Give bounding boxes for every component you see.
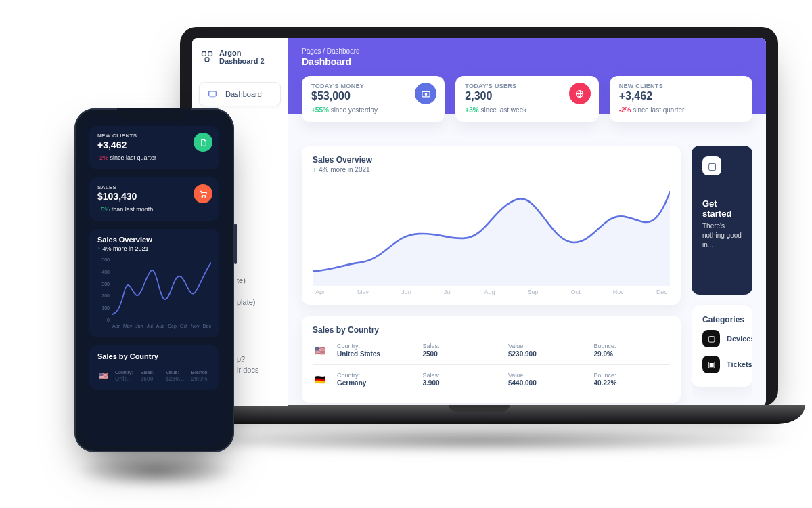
sales-by-country-card: Sales by Country 🇺🇸 Country:United State…	[302, 316, 681, 403]
svg-rect-4	[422, 91, 430, 97]
brand-icon	[200, 49, 214, 64]
svg-point-7	[202, 196, 203, 198]
card-title: Sales Overview	[313, 155, 670, 165]
flag-icon: 🇩🇪	[313, 375, 328, 385]
bulb-icon: ▢	[702, 156, 721, 175]
sales-overview-chart[interactable]	[313, 177, 670, 286]
phone-frame: NEW CLIENTS +3,462 -2% since last quarte…	[74, 108, 234, 452]
ghost-text: ir docs	[237, 366, 258, 374]
svg-rect-3	[209, 91, 217, 96]
stat-users[interactable]: TODAY'S USERS 2,300 +3% since last week	[455, 76, 598, 122]
main-area: Pages / Dashboard Dashboard TODAY'S MONE…	[288, 38, 766, 406]
document-icon	[194, 133, 212, 152]
svg-rect-0	[202, 52, 206, 56]
svg-point-5	[425, 93, 427, 95]
ghost-text: plate)	[237, 298, 256, 306]
table-row[interactable]: 🇩🇪 Country:Germany Sales:3.900 Value:$44…	[313, 365, 670, 394]
chart-y-axis: 5004003002001000	[97, 257, 110, 322]
laptop-frame: Argon Dashboard 2 Dashboard Pages / Dash…	[180, 27, 778, 424]
cart-icon	[194, 184, 212, 203]
category-item[interactable]: ▣Tickets	[702, 352, 742, 377]
ticket-icon: ▣	[702, 356, 720, 373]
stat-sales-mobile[interactable]: SALES $103,430 +5% than last month	[89, 177, 219, 221]
svg-rect-2	[205, 58, 209, 62]
device-icon: ▢	[702, 330, 720, 347]
laptop-screen: Argon Dashboard 2 Dashboard Pages / Dash…	[192, 38, 766, 406]
stat-cards: TODAY'S MONEY $53,000 +55% since yesterd…	[302, 76, 752, 122]
brand-label: Argon Dashboard 2	[219, 49, 279, 65]
ghost-text: p?	[237, 355, 245, 363]
phone-screen: NEW CLIENTS +3,462 -2% since last quarte…	[81, 115, 227, 446]
stat-money[interactable]: TODAY'S MONEY $53,000 +55% since yesterd…	[302, 76, 445, 122]
phone-shadow	[74, 454, 237, 488]
flag-icon: 🇺🇸	[313, 345, 328, 356]
arrow-up-icon: ↑	[97, 245, 101, 252]
sales-by-country-mobile: Sales by Country 🇺🇸 Country:United State…	[89, 345, 219, 390]
ghost-text: te)	[237, 276, 246, 284]
stat-clients-mobile[interactable]: NEW CLIENTS +3,462 -2% since last quarte…	[89, 126, 219, 169]
arrow-up-icon: ↑	[313, 166, 316, 173]
chart-x-axis: AprMayJunJulAugSepOctNovDec	[112, 324, 211, 329]
sales-overview-chart-mobile[interactable]: 5004003002001000 AprMayJunJulAugSepOctNo…	[97, 257, 211, 332]
svg-point-8	[204, 196, 206, 198]
hero-header: Pages / Dashboard Dashboard TODAY'S MONE…	[288, 38, 766, 114]
flag-icon: 🇺🇸	[97, 372, 110, 380]
tv-icon	[206, 88, 219, 100]
table-row[interactable]: 🇺🇸 Country:United States Sales:2500 Valu…	[313, 336, 670, 365]
sales-overview-mobile: Sales Overview ↑4% more in 2021 50040030…	[89, 229, 219, 337]
globe-icon	[569, 83, 591, 104]
category-item[interactable]: ▢Devices	[702, 326, 742, 352]
breadcrumb[interactable]: Pages / Dashboard	[302, 47, 752, 55]
card-title: Sales by Country	[313, 325, 670, 335]
chart-x-axis: AprMayJunJulAugSepOctNovDec	[313, 289, 670, 295]
table-row[interactable]: 🇺🇸 Country:United States Sales:2500 Valu…	[97, 366, 211, 382]
sidebar-item-label: Dashboard	[225, 90, 262, 98]
page-title: Dashboard	[302, 56, 752, 67]
sales-overview-card: Sales Overview ↑4% more in 2021 AprMayJu…	[302, 146, 681, 305]
stat-clients[interactable]: NEW CLIENTS +3,462 -2% since last quarte…	[610, 76, 752, 122]
brand[interactable]: Argon Dashboard 2	[199, 46, 281, 75]
categories-card: Categories ▢Devices ▣Tickets	[692, 305, 752, 387]
tip-card[interactable]: ▢ Get started There's nothing good in...	[692, 146, 752, 295]
svg-rect-1	[208, 52, 212, 56]
sidebar-item-dashboard[interactable]: Dashboard	[199, 82, 281, 106]
